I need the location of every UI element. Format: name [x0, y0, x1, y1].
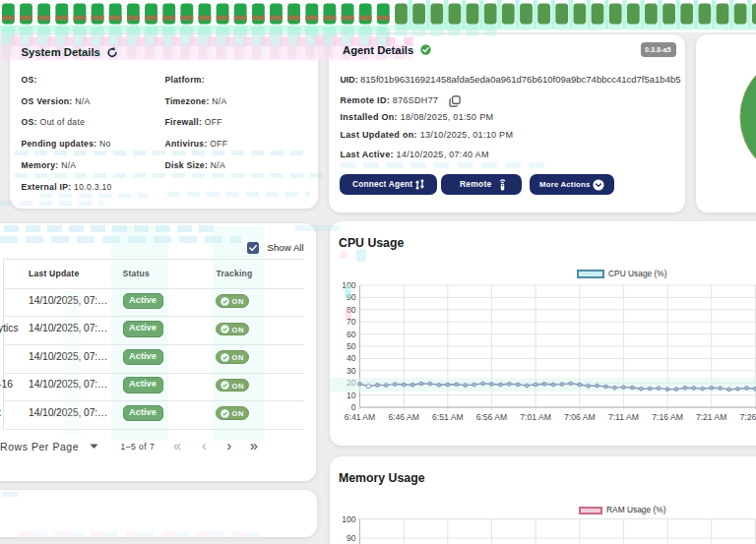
svg-text:7:16 AM: 7:16 AM	[652, 412, 683, 422]
svg-text:0: 0	[350, 402, 355, 412]
svg-text:40: 40	[346, 353, 355, 363]
svg-text:6:46 AM: 6:46 AM	[388, 412, 419, 422]
svg-text:100: 100	[342, 514, 356, 524]
svg-text:10: 10	[346, 391, 355, 400]
svg-text:60: 60	[346, 330, 355, 339]
svg-text:6:41 AM: 6:41 AM	[344, 412, 375, 422]
svg-text:7:26 AM: 7:26 AM	[739, 412, 756, 422]
svg-text:90: 90	[346, 533, 355, 543]
svg-text:7:11 AM: 7:11 AM	[607, 412, 638, 422]
svg-text:7:01 AM: 7:01 AM	[520, 412, 551, 422]
svg-text:7:06 AM: 7:06 AM	[564, 412, 596, 422]
svg-text:50: 50	[346, 341, 355, 351]
svg-text:30: 30	[346, 366, 355, 376]
svg-text:7:21 AM: 7:21 AM	[695, 412, 726, 422]
svg-text:6:56 AM: 6:56 AM	[475, 412, 507, 422]
svg-text:6:51 AM: 6:51 AM	[432, 412, 464, 422]
